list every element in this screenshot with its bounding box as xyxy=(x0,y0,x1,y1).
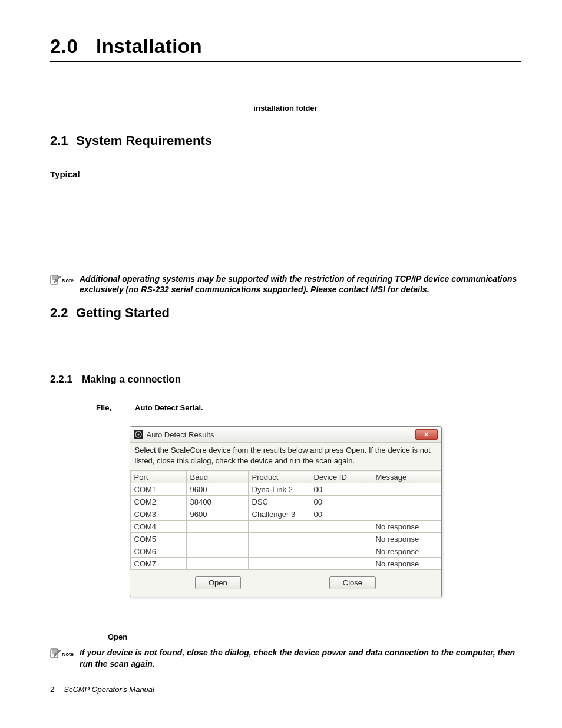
cell-baud: 9600 xyxy=(186,483,248,496)
cell-msg xyxy=(372,496,441,508)
note-2-text: If your device is not found, close the d… xyxy=(80,647,521,668)
close-icon[interactable]: ✕ xyxy=(415,429,438,440)
cell-devid: 00 xyxy=(310,496,372,508)
table-row[interactable]: COM4 No response xyxy=(130,521,441,533)
note-icon: Note xyxy=(50,648,74,660)
section-2-2-1-heading: 2.2.1Making a connection xyxy=(50,374,521,386)
cell-msg: No response xyxy=(372,533,441,545)
cell-baud: 9600 xyxy=(186,508,248,521)
menu-action: Auto Detect Serial. xyxy=(135,403,203,412)
cell-port: COM7 xyxy=(130,558,186,570)
dialog-title: Auto Detect Results xyxy=(147,430,415,439)
section-2-2-heading: 2.2Getting Started xyxy=(50,305,521,321)
close-button[interactable]: Close xyxy=(329,576,376,589)
menu-file: File, xyxy=(96,403,111,412)
col-device-id[interactable]: Device ID xyxy=(310,471,372,483)
cell-product xyxy=(248,545,310,558)
cell-product: Challenger 3 xyxy=(248,508,310,521)
menu-instruction: File,Auto Detect Serial. xyxy=(96,403,521,412)
cell-port: COM5 xyxy=(130,533,186,545)
cell-port: COM1 xyxy=(130,483,186,496)
chapter-title: Installation xyxy=(96,35,202,57)
table-row[interactable]: COM3 9600 Challenger 3 00 xyxy=(130,508,441,521)
table-body: COM1 9600 Dyna-Link 2 00 COM2 38400 DSC … xyxy=(130,483,441,570)
table-row[interactable]: COM2 38400 DSC 00 xyxy=(130,496,441,508)
gear-icon xyxy=(134,430,143,439)
cell-devid: 00 xyxy=(310,508,372,521)
dialog-screenshot-wrap: Auto Detect Results ✕ Select the ScaleCo… xyxy=(50,426,521,597)
cell-port: COM2 xyxy=(130,496,186,508)
cell-msg xyxy=(372,508,441,521)
cell-devid xyxy=(310,545,372,558)
cell-baud xyxy=(186,521,248,533)
page-footer: 2ScCMP Operator's Manual xyxy=(50,685,521,694)
cell-devid xyxy=(310,558,372,570)
section-2-2-number: 2.2 xyxy=(50,305,76,321)
dialog-titlebar: Auto Detect Results ✕ xyxy=(130,427,441,443)
col-port[interactable]: Port xyxy=(130,471,186,483)
col-baud[interactable]: Baud xyxy=(186,471,248,483)
cell-port: COM4 xyxy=(130,521,186,533)
cell-product: DSC xyxy=(248,496,310,508)
dialog-button-row: Open Close xyxy=(130,570,441,597)
cell-product xyxy=(248,533,310,545)
note-2: Note If your device is not found, close … xyxy=(50,647,521,668)
open-button[interactable]: Open xyxy=(195,576,241,589)
section-2-2-1-title: Making a connection xyxy=(82,374,181,385)
table-row[interactable]: COM7 No response xyxy=(130,558,441,570)
section-2-2-title: Getting Started xyxy=(76,305,170,320)
col-message[interactable]: Message xyxy=(372,471,441,483)
note-1-text: Additional operating systems may be supp… xyxy=(80,274,521,295)
cell-msg: No response xyxy=(372,545,441,558)
table-row[interactable]: COM1 9600 Dyna-Link 2 00 xyxy=(130,483,441,496)
svg-point-5 xyxy=(137,434,139,436)
cell-product xyxy=(248,558,310,570)
cell-devid xyxy=(310,533,372,545)
cell-baud xyxy=(186,558,248,570)
page-number: 2 xyxy=(50,685,54,694)
cell-port: COM3 xyxy=(130,508,186,521)
chapter-heading: 2.0Installation xyxy=(50,35,521,62)
cell-product: Dyna-Link 2 xyxy=(248,483,310,496)
auto-detect-dialog: Auto Detect Results ✕ Select the ScaleCo… xyxy=(130,426,442,597)
col-product[interactable]: Product xyxy=(248,471,310,483)
note-1: Note Additional operating systems may be… xyxy=(50,274,521,295)
section-2-1-title: System Requirements xyxy=(76,133,212,148)
open-word: Open xyxy=(108,633,521,641)
cell-baud xyxy=(186,533,248,545)
results-table: Port Baud Product Device ID Message COM1… xyxy=(130,470,441,570)
section-2-2-1-number: 2.2.1 xyxy=(50,374,82,386)
table-row[interactable]: COM6 No response xyxy=(130,545,441,558)
cell-devid xyxy=(310,521,372,533)
manual-title: ScCMP Operator's Manual xyxy=(64,685,154,694)
section-2-1-number: 2.1 xyxy=(50,133,76,149)
note-label: Note xyxy=(62,651,74,657)
chapter-number: 2.0 xyxy=(50,35,96,58)
cell-product xyxy=(248,521,310,533)
note-label: Note xyxy=(62,278,74,284)
section-2-1-heading: 2.1System Requirements xyxy=(50,133,521,149)
cell-port: COM6 xyxy=(130,545,186,558)
footer-divider xyxy=(50,680,191,680)
typical-label: Typical xyxy=(50,169,521,179)
installation-folder-label: installation folder xyxy=(50,104,521,113)
cell-baud xyxy=(186,545,248,558)
cell-msg xyxy=(372,483,441,496)
cell-msg: No response xyxy=(372,558,441,570)
note-icon: Note xyxy=(50,275,74,286)
cell-baud: 38400 xyxy=(186,496,248,508)
cell-devid: 00 xyxy=(310,483,372,496)
dialog-instruction-text: Select the ScaleCore device from the res… xyxy=(130,443,441,468)
table-row[interactable]: COM5 No response xyxy=(130,533,441,545)
table-header-row: Port Baud Product Device ID Message xyxy=(130,471,441,483)
cell-msg: No response xyxy=(372,521,441,533)
